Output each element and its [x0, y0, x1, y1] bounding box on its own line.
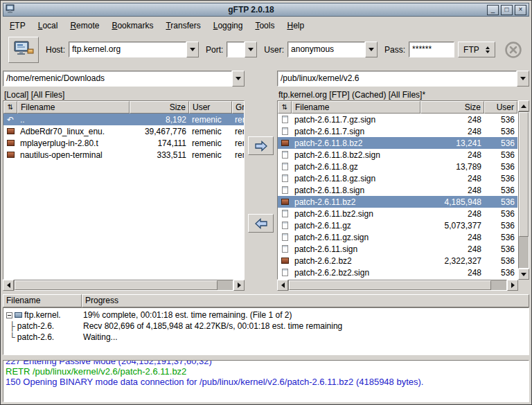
- column-header-filename[interactable]: Filename: [292, 101, 420, 114]
- transfer-row[interactable]: ftp.kernel.19% complete, 00:01:18 est. t…: [3, 309, 529, 321]
- column-header-size[interactable]: Size: [420, 101, 484, 114]
- menu-item-local[interactable]: Local: [38, 21, 58, 30]
- transfer-filename: patch-2.6.: [17, 332, 54, 342]
- file-icon: [282, 116, 288, 123]
- server-icon: [15, 312, 22, 318]
- column-header-type[interactable]: ⇅: [278, 101, 292, 114]
- cell-name: patch-2.6.11.bz2.sign: [292, 209, 420, 219]
- close-button[interactable]: ×: [515, 5, 526, 15]
- file-row[interactable]: patch-2.6.11.8.gz13,789536: [278, 161, 517, 172]
- connect-button[interactable]: [8, 37, 39, 63]
- remote-vscrollbar[interactable]: [518, 100, 529, 280]
- local-path-dropdown-button[interactable]: [232, 71, 245, 87]
- file-row[interactable]: patch-2.6.2.bz22,322,327536: [278, 255, 517, 267]
- transfer-to-remote-button[interactable]: [248, 136, 274, 155]
- file-row[interactable]: patch-2.6.11.gz.sign248536: [278, 231, 517, 243]
- scrollbar-trough[interactable]: [518, 111, 529, 269]
- menu-item-help[interactable]: Help: [287, 21, 304, 30]
- port-input[interactable]: [227, 42, 245, 57]
- host-input[interactable]: ftp.kernel.org: [69, 42, 186, 57]
- scroll-right-button[interactable]: [507, 280, 518, 291]
- user-input[interactable]: anonymous: [287, 42, 365, 57]
- menu-item-tools[interactable]: Tools: [255, 21, 274, 30]
- column-header-size[interactable]: Size: [130, 101, 189, 114]
- file-row[interactable]: patch-2.6.11.8.bz213,241536: [278, 137, 517, 149]
- maximize-button[interactable]: □: [501, 5, 513, 15]
- cell-name: patch-2.6.11.8.bz2.sign: [292, 150, 420, 160]
- cell-size: 248: [420, 174, 484, 183]
- host-dropdown-button[interactable]: [186, 42, 199, 57]
- transfers-column-filename[interactable]: Filename: [3, 294, 82, 307]
- remote-pane: /pub/linux/kernel/v2.6 ftp.kernel.org [F…: [277, 71, 529, 291]
- local-path-input[interactable]: /home/remenic/Downloads: [3, 71, 232, 87]
- scroll-left-button[interactable]: [3, 280, 14, 291]
- file-row[interactable]: patch-2.6.11.gz5,073,377536: [278, 219, 517, 231]
- port-dropdown-button[interactable]: [245, 42, 257, 57]
- cell-size: 8,192: [130, 115, 189, 125]
- local-list-rows: ↶..8,192remenicremenicAdbeRdr70_linux_en…: [3, 114, 244, 279]
- local-hscrollbar[interactable]: [3, 280, 245, 291]
- cell-user: 536: [484, 127, 517, 136]
- remote-hscrollbar[interactable]: [277, 280, 518, 291]
- cell-user: 536: [484, 244, 517, 254]
- scrollbar-thumb[interactable]: [519, 112, 529, 237]
- column-header-user[interactable]: User: [484, 101, 517, 114]
- scrollbar-thumb[interactable]: [289, 280, 491, 290]
- cell-name: patch-2.6.2.bz2: [292, 256, 420, 266]
- scrollbar-thumb[interactable]: [15, 280, 218, 290]
- file-row[interactable]: mplayerplug-in-2.80.t174,111remenicremen…: [3, 137, 244, 149]
- remote-path-dropdown-button[interactable]: [517, 71, 529, 87]
- local-list-header: ⇅FilenameSizeUserGroup: [3, 101, 244, 114]
- file-icon: [282, 174, 288, 182]
- titlebar[interactable]: gFTP 2.0.18 _ □ ×: [3, 3, 529, 17]
- scrollbar-trough[interactable]: [288, 280, 507, 291]
- file-row[interactable]: nautilus-open-terminal333,511remenicreme…: [3, 149, 244, 161]
- pane-splitter[interactable]: [3, 355, 529, 360]
- column-header-filename[interactable]: Filename: [17, 101, 130, 114]
- file-row[interactable]: AdbeRdr70_linux_enu.39,467,776remenicrem…: [3, 125, 244, 137]
- file-row[interactable]: patch-2.6.11.8.bz2.sign248536: [278, 149, 517, 161]
- sort-icon: ⇅: [282, 102, 287, 112]
- stop-button[interactable]: [503, 39, 524, 60]
- cell-name: ..: [17, 115, 130, 125]
- menu-item-logging[interactable]: Logging: [213, 21, 243, 30]
- menu-item-remote[interactable]: Remote: [70, 21, 99, 30]
- file-row[interactable]: patch-2.6.11.7.gz.sign248536: [278, 114, 517, 125]
- menu-item-ftp[interactable]: FTP: [10, 21, 26, 30]
- cell-user: remenic: [189, 138, 232, 148]
- file-row[interactable]: ↶..8,192remenicremenic: [3, 114, 244, 125]
- scroll-right-button[interactable]: [233, 280, 245, 291]
- protocol-select[interactable]: FTP: [458, 42, 495, 57]
- file-row[interactable]: patch-2.6.11.8.sign248536: [278, 184, 517, 196]
- minimize-button[interactable]: _: [487, 5, 499, 15]
- file-row[interactable]: patch-2.6.11.7.sign248536: [278, 125, 517, 137]
- cell-name: patch-2.6.11.8.gz: [292, 162, 420, 172]
- tree-expander-icon[interactable]: [6, 312, 12, 318]
- file-row[interactable]: patch-2.6.11.sign248536: [278, 243, 517, 255]
- pass-field[interactable]: ******: [409, 42, 454, 57]
- column-header-type[interactable]: ⇅: [3, 101, 17, 114]
- remote-path-input[interactable]: /pub/linux/kernel/v2.6: [277, 71, 517, 87]
- file-row[interactable]: patch-2.6.11.bz24,185,948536: [278, 196, 517, 208]
- cell-user: 536: [484, 256, 517, 266]
- transfer-to-local-button[interactable]: [248, 214, 274, 233]
- file-row[interactable]: patch-2.6.11.bz2.sign248536: [278, 208, 517, 219]
- user-dropdown-button[interactable]: [365, 42, 378, 57]
- scroll-left-button[interactable]: [277, 280, 288, 291]
- file-row[interactable]: patch-2.6.2.bz2.sign248536: [278, 267, 517, 278]
- scrollbar-trough[interactable]: [14, 280, 233, 291]
- user-combo: anonymous: [287, 42, 378, 57]
- user-label: User:: [264, 45, 284, 55]
- cell-name: patch-2.6.11.gz.sign: [292, 233, 420, 242]
- cell-size: 248: [420, 115, 484, 125]
- column-header-group[interactable]: Group: [232, 101, 244, 114]
- column-header-user[interactable]: User: [189, 101, 232, 114]
- scroll-down-button[interactable]: [518, 269, 529, 280]
- menu-item-transfers[interactable]: Transfers: [166, 21, 200, 30]
- file-row[interactable]: patch-2.6.11.8.gz.sign248536: [278, 172, 517, 184]
- transfers-column-progress[interactable]: Progress: [82, 294, 529, 307]
- transfer-row[interactable]: ├patch-2.6.Recv 802,696 of 4,185,948 at …: [3, 321, 529, 332]
- transfer-row[interactable]: └patch-2.6.Waiting...: [3, 332, 529, 343]
- scroll-up-button[interactable]: [518, 100, 529, 111]
- menu-item-bookmarks[interactable]: Bookmarks: [112, 21, 153, 30]
